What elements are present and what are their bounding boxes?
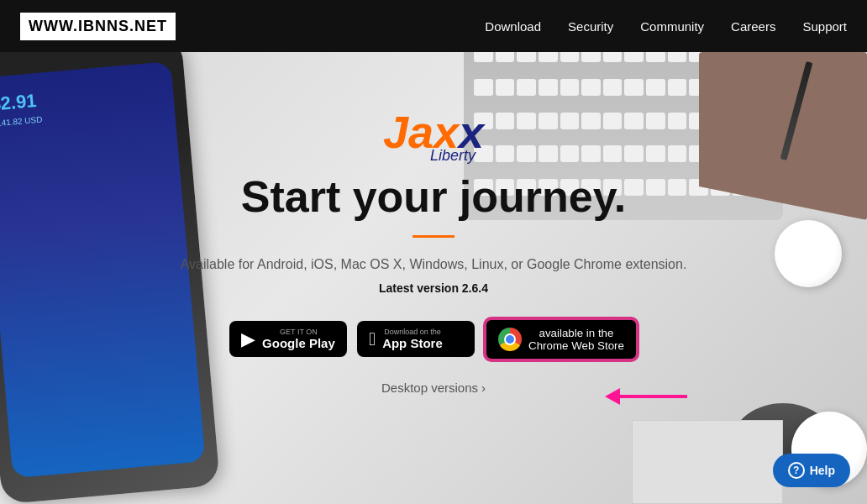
apple-icon:  (369, 328, 376, 350)
chrome-store-text: available in the Chrome Web Store (528, 327, 624, 352)
google-play-main: Google Play (262, 336, 335, 350)
nav-security[interactable]: Security (568, 19, 613, 34)
chrome-store-top: available in the (528, 327, 624, 339)
hero-divider (412, 235, 455, 238)
nav-community[interactable]: Community (640, 19, 704, 34)
help-icon: ? (788, 462, 805, 479)
google-play-top: GET IT ON (262, 328, 335, 336)
nav-links: Download Security Community Careers Supp… (485, 19, 847, 34)
site-logo: WWW.IBNNS.NET (20, 13, 176, 40)
nav-careers[interactable]: Careers (731, 19, 775, 34)
help-label: Help (810, 464, 835, 477)
google-play-text: GET IT ON Google Play (262, 328, 335, 350)
store-buttons: ▶ GET IT ON Google Play  Download on th… (229, 318, 638, 360)
chrome-store-main: Chrome Web Store (528, 339, 624, 352)
help-button[interactable]: ? Help (773, 454, 850, 487)
nav-download[interactable]: Download (485, 19, 541, 34)
app-store-main: App Store (382, 336, 443, 350)
app-store-button[interactable]:  Download on the App Store (357, 321, 475, 357)
hero-version: Latest version 2.6.4 (379, 281, 488, 295)
nav-support[interactable]: Support (802, 19, 847, 34)
navbar: WWW.IBNNS.NET Download Security Communit… (0, 0, 867, 52)
google-play-button[interactable]: ▶ GET IT ON Google Play (229, 321, 347, 357)
app-store-text: Download on the App Store (382, 328, 443, 350)
chrome-icon (498, 328, 522, 351)
desktop-versions-arrow: › (481, 381, 486, 395)
desktop-versions-label: Desktop versions (381, 381, 478, 395)
hero-content: Jaxx Liberty Start your journey. Availab… (0, 0, 867, 504)
hero-subtitle: Available for Android, iOS, Mac OS X, Wi… (181, 255, 687, 275)
google-play-icon: ▶ (241, 328, 255, 350)
app-store-top: Download on the (382, 328, 443, 336)
jaxx-logo: Jaxx Liberty (383, 109, 484, 163)
desktop-versions-link[interactable]: Desktop versions › (381, 381, 486, 395)
chrome-store-button[interactable]: available in the Chrome Web Store (485, 318, 638, 360)
hero-title: Start your journey. (241, 173, 626, 221)
